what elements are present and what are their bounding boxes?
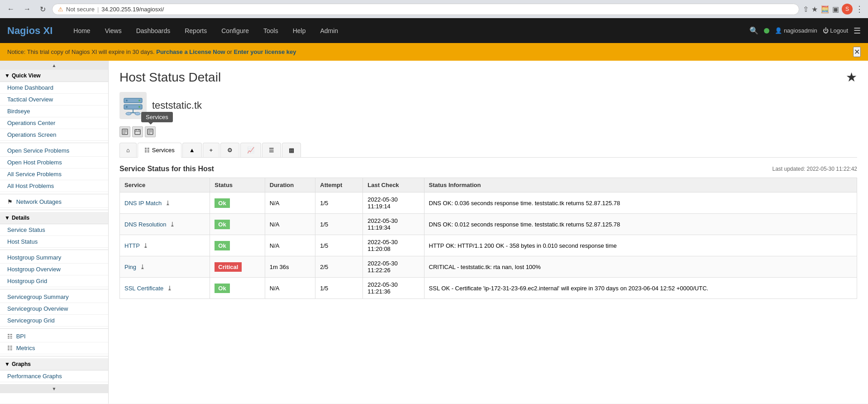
notice-close-button[interactable]: ✕ [853, 47, 861, 57]
col-last-check: Last Check [363, 178, 424, 192]
sidebar-item-service-status[interactable]: Service Status [0, 224, 108, 236]
sidebar-item-hostgroup-grid[interactable]: Hostgroup Grid [0, 275, 108, 287]
bookmark-icon[interactable]: ★ [811, 5, 818, 14]
svg-point-3 [126, 106, 128, 108]
browser-menu-button[interactable]: ⋮ [855, 4, 863, 14]
purchase-license-link[interactable]: Purchase a License Now [156, 48, 225, 55]
sidebar-item-open-service-problems[interactable]: Open Service Problems [0, 145, 108, 157]
status-badge-1: Ok [215, 198, 229, 208]
sidebar-item-metrics[interactable]: ☷ Metrics [0, 342, 108, 354]
host-action-icon-3[interactable] [145, 126, 156, 137]
sidebar-item-operations-screen[interactable]: Operations Screen [0, 129, 108, 141]
services-tooltip-text: Services [141, 112, 173, 122]
col-duration: Duration [265, 178, 315, 192]
tab-bar-chart[interactable]: ▩ [282, 143, 301, 157]
sidebar-quick-view-header[interactable]: ▼ Quick View [0, 70, 108, 82]
favorite-button[interactable]: ★ [846, 70, 857, 85]
tab-plus[interactable]: + [203, 143, 220, 157]
cell-status-2: Ok [210, 214, 265, 235]
tab-trending[interactable]: 📈 [240, 143, 261, 157]
service-link-dns-ip-match[interactable]: DNS IP Match [124, 200, 162, 207]
nav-help[interactable]: Help [286, 18, 313, 43]
service-link-http[interactable]: HTTP [124, 242, 140, 249]
table-row: DNS Resolution ⤓ Ok N/A 1/5 2022-05-3011… [120, 214, 857, 235]
profile-icon[interactable]: S [842, 4, 853, 14]
host-action-icon-1[interactable] [119, 126, 130, 137]
service-table: Service Status Duration Attempt Last Che… [119, 178, 857, 299]
gear-tab-icon: ⚙ [227, 147, 233, 154]
sidebar-graphs-header[interactable]: ▼ Graphs [0, 358, 108, 370]
enter-license-link[interactable]: Enter your license key [234, 48, 296, 55]
table-body: DNS IP Match ⤓ Ok N/A 1/5 2022-05-3011:1… [120, 192, 857, 299]
cell-status-5: Ok [210, 278, 265, 299]
sidebar-item-birdseye[interactable]: Birdseye [0, 106, 108, 117]
sidebar-item-network-outages[interactable]: ⚑ Network Outages [0, 196, 108, 208]
sidebar-item-operations-center[interactable]: Operations Center [0, 117, 108, 129]
host-action-icon-2[interactable] [132, 126, 143, 137]
hamburger-icon[interactable]: ☰ [854, 26, 861, 36]
nav-admin[interactable]: Admin [313, 18, 345, 43]
sidebar-item-performance-graphs[interactable]: Performance Graphs [0, 370, 108, 382]
service-link-dns-resolution[interactable]: DNS Resolution [124, 221, 167, 228]
cell-service-1: DNS IP Match ⤓ [120, 192, 210, 214]
service-link-ssl[interactable]: SSL Certificate [124, 285, 163, 292]
row-icon-5: ⤓ [167, 284, 172, 292]
sidebar-item-servicegroup-summary[interactable]: Servicegroup Summary [0, 291, 108, 303]
url-bar[interactable]: ⚠ Not secure | 34.200.255.19/nagiosxi/ [52, 4, 799, 15]
sidebar-item-hostgroup-summary[interactable]: Hostgroup Summary [0, 252, 108, 264]
services-icon [147, 129, 153, 135]
sidebar-item-servicegroup-overview[interactable]: Servicegroup Overview [0, 303, 108, 315]
cell-service-4: Ping ⤓ [120, 256, 210, 278]
cell-duration-1: N/A [265, 192, 315, 214]
svg-point-4 [138, 100, 140, 101]
reload-button[interactable]: ↻ [37, 4, 48, 14]
nav-tools[interactable]: Tools [256, 18, 286, 43]
graph-tab-icon: ▲ [189, 147, 195, 154]
search-icon[interactable]: 🔍 [749, 26, 758, 35]
sidebar-item-home-dashboard[interactable]: Home Dashboard [0, 82, 108, 94]
sidebar-scroll-down[interactable]: ▼ [0, 384, 108, 393]
sidebar-item-servicegroup-grid[interactable]: Servicegroup Grid [0, 315, 108, 327]
tab-settings[interactable]: ⚙ [220, 143, 239, 157]
sidebar-item-tactical-overview[interactable]: Tactical Overview [0, 94, 108, 106]
tab-home[interactable]: ⌂ [119, 143, 137, 157]
window-icon[interactable]: ▣ [832, 5, 839, 14]
cell-status-4: Critical [210, 256, 265, 278]
cell-info-3: HTTP OK: HTTP/1.1 200 OK - 358 bytes in … [424, 235, 857, 256]
services-tooltip-container: Services [145, 126, 156, 137]
logout-button[interactable]: ⏻ Logout [823, 27, 848, 34]
sidebar-scroll-up[interactable]: ▲ [0, 61, 108, 70]
cell-status-1: Ok [210, 192, 265, 214]
forward-button[interactable]: → [21, 4, 33, 14]
cell-lastcheck-3: 2022-05-3011:20:08 [363, 235, 424, 256]
svg-point-5 [138, 106, 140, 108]
col-service: Service [120, 178, 210, 192]
sidebar-item-bpi[interactable]: ☷ BPI [0, 331, 108, 342]
nav-dashboards[interactable]: Dashboards [129, 18, 178, 43]
nagios-header: Nagios XI Home Views Dashboards Reports … [0, 18, 868, 43]
sidebar-item-all-host-problems[interactable]: All Host Problems [0, 180, 108, 192]
nav-reports[interactable]: Reports [177, 18, 214, 43]
nav-home[interactable]: Home [66, 18, 97, 43]
extensions-icon[interactable]: 🧮 [820, 5, 830, 14]
svg-point-8 [126, 112, 131, 115]
tab-services[interactable]: ☷ Services [138, 143, 181, 158]
service-link-ping[interactable]: Ping [124, 264, 136, 270]
share-icon[interactable]: ⇧ [803, 5, 809, 14]
tab-graph[interactable]: ▲ [182, 143, 202, 157]
nav-views[interactable]: Views [98, 18, 129, 43]
sidebar-item-hostgroup-overview[interactable]: Hostgroup Overview [0, 264, 108, 275]
cell-attempt-5: 1/5 [315, 278, 363, 299]
sidebar-item-all-service-problems[interactable]: All Service Problems [0, 168, 108, 180]
sidebar-details-header[interactable]: ▼ Details [0, 212, 108, 224]
list-tab-icon: ☰ [269, 147, 274, 154]
status-badge-3: Ok [215, 241, 229, 250]
sidebar-item-open-host-problems[interactable]: Open Host Problems [0, 157, 108, 168]
back-button[interactable]: ← [5, 4, 17, 14]
cell-info-1: DNS OK: 0.036 seconds response time. tes… [424, 192, 857, 214]
chevron-down-icon-details: ▼ [5, 215, 10, 221]
status-badge-5: Ok [215, 284, 229, 293]
tab-list[interactable]: ☰ [262, 143, 281, 157]
nav-configure[interactable]: Configure [214, 18, 256, 43]
sidebar-item-host-status[interactable]: Host Status [0, 236, 108, 248]
